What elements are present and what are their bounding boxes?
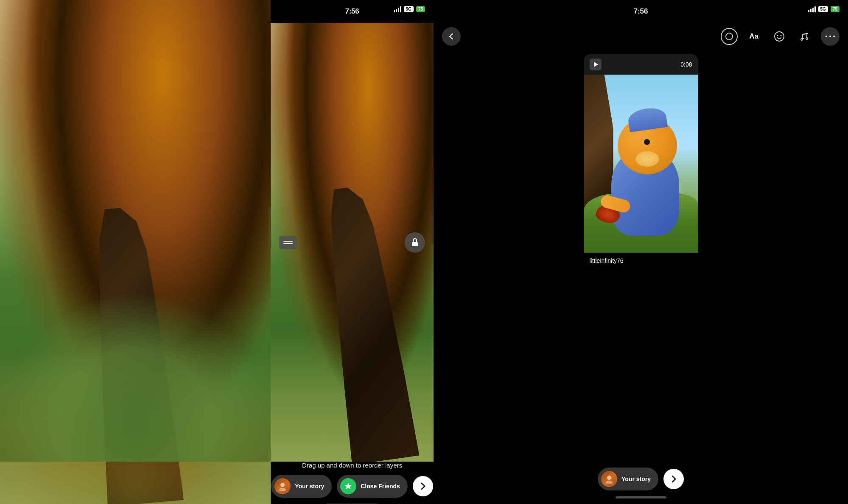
signal-bar-4 [400,6,401,12]
text-tool-button[interactable]: Aa [744,27,763,46]
middle-image-area[interactable] [271,23,434,462]
toolbar-right: Aa [721,27,840,46]
your-story-button[interactable]: Your story [271,475,332,498]
video-card-play-icon [590,58,602,70]
reorder-line-1 [283,241,293,242]
middle-arrow-button[interactable] [413,476,433,496]
right-content: 0:08 [434,50,848,462]
svg-marker-12 [594,62,598,67]
video-card-username: littleinfinity76 [590,257,624,264]
play-icon [592,61,599,68]
sticker-tool-button[interactable] [770,27,789,46]
video-card-header: 0:08 [584,54,698,75]
svg-point-1 [280,483,285,487]
sticker-tool-icon [774,31,785,42]
svg-point-6 [777,35,778,36]
right-toolbar: Aa [434,23,848,50]
close-friends-label: Close Friends [361,483,400,490]
svg-point-2 [279,488,286,491]
right-status-right: 5G 75 [808,6,840,12]
right-story-avatar [601,471,617,487]
right-avatar-icon [605,474,614,484]
svg-point-14 [606,481,613,484]
right-signal-bars-icon [808,6,816,12]
svg-marker-3 [345,483,352,489]
middle-panel: 7:56 5G 75 [271,0,434,504]
right-your-story-label: Your story [621,476,651,482]
signal-bar-1 [394,10,395,12]
svg-point-13 [607,476,611,480]
left-panel [0,0,271,504]
svg-point-11 [833,36,835,37]
circle-tool-icon [725,32,733,41]
svg-point-9 [826,36,827,37]
arrow-right-icon [418,482,428,491]
right-arrow-right-icon [669,474,678,484]
reorder-line-2 [283,243,293,244]
video-card[interactable]: 0:08 [584,54,698,269]
right-panel: 7:56 5G 75 [434,0,848,504]
star-icon [344,482,353,490]
pooh-hat [627,106,667,132]
right-status-time: 7:56 [633,7,648,16]
signal-bar-2 [396,9,397,12]
right-home-indicator [616,496,666,498]
svg-point-10 [829,36,831,37]
video-card-duration: 0:08 [680,61,692,68]
middle-status-time: 7:56 [345,7,359,16]
close-friends-icon [340,478,356,494]
your-story-label: Your story [295,483,324,490]
ellipsis-horizontal-icon [826,35,835,38]
pooh-eye [644,139,650,145]
pooh-snout [635,151,659,167]
story-avatar [274,478,291,494]
more-options-button[interactable] [821,27,840,46]
middle-status-right: 5G 75 [394,6,425,12]
pooh-body [601,117,690,236]
music-tool-button[interactable] [795,27,814,46]
right-status-bar: 7:56 5G 75 [434,0,848,23]
lock-icon [410,237,420,248]
lock-icon-container[interactable] [405,232,425,253]
svg-rect-0 [412,242,418,246]
signal-bars-icon [394,6,401,12]
reorder-lines [283,241,293,244]
middle-share-buttons: Your story Close Friends [271,475,433,498]
close-friends-button[interactable]: Close Friends [337,475,408,498]
signal-bar-3 [398,8,399,12]
svg-point-7 [781,35,782,36]
svg-point-8 [806,38,808,39]
reorder-icon[interactable] [279,236,297,249]
middle-status-bar: 7:56 5G 75 [271,0,434,23]
chevron-left-icon [448,33,455,40]
right-share-buttons: Your story [598,468,684,490]
right-network-badge: 5G [818,6,828,12]
right-your-story-button[interactable]: Your story [598,468,658,490]
text-tool-label: Aa [749,32,758,41]
svg-point-5 [775,32,784,41]
svg-point-4 [726,33,733,40]
toolbar-left [442,27,461,46]
drag-hint-text: Drag up and down to reorder layers [302,462,402,469]
right-battery-badge: 75 [831,6,840,12]
avatar-icon [278,482,287,491]
pooh-scene [584,75,698,253]
left-background [0,0,271,504]
video-card-footer: littleinfinity76 [584,253,698,269]
right-bottom-bar: Your story [434,462,848,504]
leaves-overlay [0,292,271,504]
middle-battery-badge: 75 [416,6,425,12]
middle-network-badge: 5G [404,6,414,12]
music-note-icon [800,31,810,42]
middle-bottom-bar: Drag up and down to reorder layers Your … [271,462,434,504]
video-card-image [584,75,698,253]
back-button[interactable] [442,27,461,46]
circle-tool-button[interactable] [721,28,738,45]
pooh-head [618,117,677,174]
right-arrow-button[interactable] [663,469,684,489]
